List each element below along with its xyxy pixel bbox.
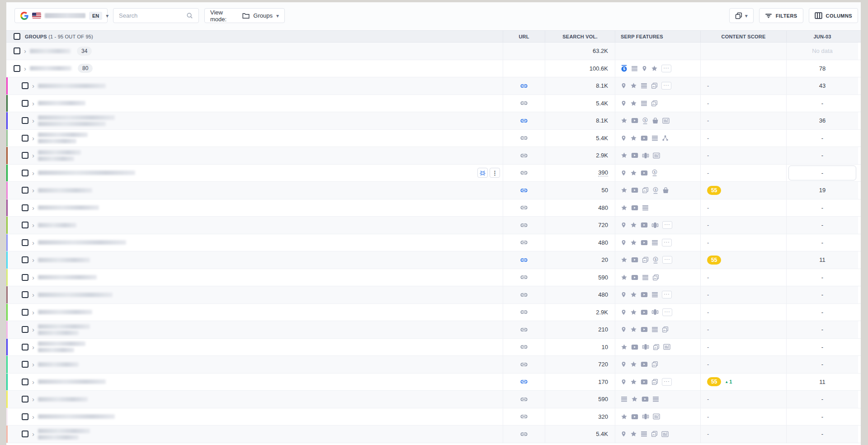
expand-chevron-icon[interactable]: › (32, 309, 34, 316)
scrollbar-track[interactable] (858, 112, 861, 129)
keyword-row[interactable]: › 720-- (6, 356, 861, 374)
expand-chevron-icon[interactable]: › (32, 431, 34, 437)
keyword-row[interactable]: › 720···-- (6, 217, 861, 234)
select-all-checkbox[interactable] (14, 33, 20, 40)
scrollbar-track[interactable] (858, 147, 861, 164)
more-features-icon[interactable]: ··· (662, 291, 672, 298)
url-link-icon[interactable] (520, 152, 528, 159)
keyword-row[interactable]: › ⋮ 390$-- (6, 165, 861, 182)
expand-chevron-icon[interactable]: › (32, 361, 34, 368)
row-checkbox[interactable] (14, 65, 20, 72)
scrollbar-track[interactable] (858, 304, 861, 321)
expand-chevron-icon[interactable]: › (32, 187, 34, 194)
expand-chevron-icon[interactable]: › (32, 117, 34, 124)
keyword-row[interactable]: › 590-- (6, 269, 861, 287)
column-header-jun-03[interactable]: JUN-03 (786, 31, 858, 42)
expand-chevron-icon[interactable]: › (32, 82, 34, 89)
scrollbar-track[interactable] (858, 60, 861, 77)
row-checkbox[interactable] (22, 222, 28, 228)
keyword-row[interactable]: › 8.1K···-43 (6, 77, 861, 95)
column-header-url[interactable]: URL (503, 31, 545, 42)
scrollbar-track[interactable] (858, 356, 861, 373)
row-checkbox[interactable] (22, 274, 28, 281)
more-features-icon[interactable]: ··· (661, 82, 671, 90)
group-row[interactable]: ›80 100.6K$···78 (6, 60, 861, 78)
search-volume[interactable]: 390 (598, 169, 608, 176)
expand-chevron-icon[interactable]: › (32, 170, 34, 176)
expand-chevron-icon[interactable]: › (32, 100, 34, 107)
url-link-icon[interactable] (520, 396, 528, 403)
expand-chevron-icon[interactable]: › (32, 152, 34, 159)
more-features-icon[interactable]: ··· (662, 221, 672, 229)
row-checkbox[interactable] (22, 170, 28, 176)
scrollbar-track[interactable] (858, 339, 861, 356)
more-features-icon[interactable]: ··· (662, 378, 672, 386)
keyword-row[interactable]: › 5.4K-- (6, 426, 861, 443)
keyword-row[interactable]: › 480···-- (6, 286, 861, 304)
row-checkbox[interactable] (22, 379, 28, 385)
more-features-icon[interactable]: ··· (662, 239, 672, 246)
keyword-row[interactable]: › 10-- (6, 339, 861, 356)
ai-analyze-button[interactable] (477, 168, 488, 178)
scrollbar-track[interactable] (858, 95, 861, 112)
scrollbar-track[interactable] (858, 374, 861, 391)
url-link-icon[interactable] (520, 343, 528, 350)
scrollbar-track[interactable] (858, 391, 861, 408)
scrollbar-track[interactable] (858, 286, 861, 303)
scrollbar-track[interactable] (858, 251, 861, 269)
row-checkbox[interactable] (22, 117, 28, 124)
keyword-row[interactable]: › 5.4K-- (6, 130, 861, 147)
expand-chevron-icon[interactable]: › (32, 204, 34, 211)
filters-button[interactable]: FILTERS (759, 8, 803, 23)
url-link-icon[interactable] (520, 204, 528, 211)
copy-view-button[interactable]: ▾ (729, 8, 754, 23)
expand-chevron-icon[interactable]: › (32, 274, 34, 281)
scrollbar-track[interactable] (858, 77, 861, 95)
expand-chevron-icon[interactable]: › (32, 239, 34, 246)
keyword-row[interactable]: › 320-- (6, 408, 861, 426)
url-link-icon[interactable] (520, 117, 528, 124)
jun-03-hover-box[interactable]: - (788, 166, 856, 180)
row-checkbox[interactable] (22, 344, 28, 350)
url-link-icon[interactable] (520, 256, 528, 264)
row-checkbox[interactable] (22, 326, 28, 333)
row-checkbox[interactable] (22, 396, 28, 402)
group-row[interactable]: ›34 63.2KNo data (6, 43, 861, 60)
column-header-content-score[interactable]: CONTENT SCORE (700, 31, 786, 42)
row-checkbox[interactable] (22, 291, 28, 298)
scrollbar-track[interactable] (858, 217, 861, 234)
url-link-icon[interactable] (520, 308, 528, 316)
url-link-icon[interactable] (520, 431, 528, 438)
search-input[interactable] (119, 12, 178, 19)
expand-chevron-icon[interactable]: › (32, 135, 34, 142)
scrollbar-track[interactable] (858, 130, 861, 147)
scrollbar-track[interactable] (858, 165, 861, 182)
scrollbar-track[interactable] (858, 43, 861, 60)
view-mode-selector[interactable]: View mode: Groups ▾ (204, 8, 285, 23)
row-checkbox[interactable] (22, 82, 28, 89)
row-checkbox[interactable] (22, 152, 28, 159)
keyword-row[interactable]: › 5.4K-- (6, 95, 861, 113)
more-features-icon[interactable]: ··· (662, 308, 672, 316)
row-checkbox[interactable] (22, 431, 28, 437)
expand-chevron-icon[interactable]: › (24, 47, 26, 54)
keyword-row[interactable]: › 8.1K$-36 (6, 112, 861, 130)
url-link-icon[interactable] (520, 82, 528, 90)
row-checkbox[interactable] (22, 204, 28, 211)
expand-chevron-icon[interactable]: › (32, 413, 34, 420)
content-score-badge[interactable]: 55 (707, 186, 721, 195)
column-header-serp-features[interactable]: SERP FEATURES (615, 31, 700, 42)
keyword-row[interactable]: › 170···55▲111 (6, 374, 861, 391)
expand-chevron-icon[interactable]: › (32, 222, 34, 228)
row-checkbox[interactable] (22, 135, 28, 142)
keyword-row[interactable]: › 50$5519 (6, 182, 861, 199)
content-score-badge[interactable]: 55 (707, 377, 721, 386)
scrollbar-track[interactable] (858, 31, 861, 42)
url-link-icon[interactable] (520, 99, 528, 107)
url-link-icon[interactable] (520, 187, 528, 194)
url-link-icon[interactable] (520, 274, 528, 281)
row-checkbox[interactable] (22, 413, 28, 420)
expand-chevron-icon[interactable]: › (32, 344, 34, 350)
column-header-search-vol[interactable]: SEARCH VOL. (545, 31, 615, 42)
expand-chevron-icon[interactable]: › (32, 256, 34, 263)
